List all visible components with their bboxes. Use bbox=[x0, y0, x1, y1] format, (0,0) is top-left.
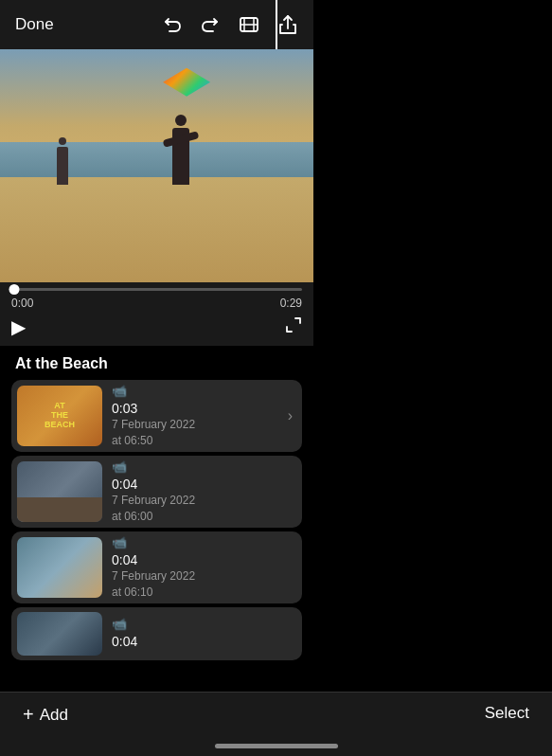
playback-bar: 0:00 0:29 ▶ bbox=[0, 282, 313, 346]
bottom-bar: + Add Select bbox=[0, 692, 552, 756]
clip-info-2: 📹 0:04 7 February 2022at 06:00 bbox=[102, 459, 293, 525]
clip-item-3[interactable]: 📹 0:04 7 February 2022at 06:10 bbox=[11, 531, 302, 603]
clip-thumbnail-1: AttheBeach bbox=[17, 386, 102, 446]
trim-button[interactable] bbox=[238, 13, 260, 36]
clip-info-4: 📹 0:04 bbox=[102, 617, 293, 650]
clip-duration-2: 0:04 bbox=[112, 476, 293, 493]
undo-button[interactable] bbox=[162, 14, 183, 35]
clip-item[interactable]: AttheBeach 📹 0:03 7 February 2022at 06:5… bbox=[11, 380, 302, 452]
redo-button[interactable] bbox=[200, 14, 221, 35]
share-button[interactable] bbox=[277, 14, 298, 35]
clip-thumbnail-2 bbox=[17, 461, 102, 522]
clip-info-1: 📹 0:03 7 February 2022at 06:50 bbox=[102, 384, 284, 449]
clip-duration-3: 0:04 bbox=[112, 551, 293, 568]
controls-row: ▶ bbox=[11, 314, 302, 342]
clip-duration-1: 0:03 bbox=[112, 400, 284, 417]
done-button[interactable]: Done bbox=[15, 15, 54, 34]
person-silhouette bbox=[172, 128, 189, 185]
fullscreen-button[interactable] bbox=[285, 316, 302, 337]
thumb-title-text: AttheBeach bbox=[45, 402, 75, 430]
clip-list: AttheBeach 📹 0:03 7 February 2022at 06:5… bbox=[0, 380, 313, 660]
progress-track[interactable] bbox=[11, 288, 302, 291]
main-container: Done bbox=[0, 0, 313, 660]
add-button[interactable]: + Add bbox=[23, 704, 68, 726]
kite-body bbox=[163, 68, 210, 97]
add-label: Add bbox=[40, 706, 68, 725]
clip-date-2: 7 February 2022at 06:00 bbox=[112, 493, 293, 525]
clip-duration-4: 0:04 bbox=[112, 633, 293, 650]
clip-info-3: 📹 0:04 7 February 2022at 06:10 bbox=[102, 535, 293, 601]
plus-icon: + bbox=[23, 704, 34, 726]
toolbar-actions bbox=[162, 13, 298, 36]
right-panel bbox=[313, 0, 552, 756]
video-camera-icon-4: 📹 bbox=[112, 617, 293, 631]
section-title: At the Beach bbox=[0, 346, 313, 380]
beach-scene bbox=[0, 49, 313, 282]
video-camera-icon-1: 📹 bbox=[112, 384, 284, 398]
redo-icon bbox=[200, 14, 221, 35]
person2-silhouette bbox=[57, 147, 68, 185]
video-camera-icon-2: 📹 bbox=[112, 459, 293, 474]
trim-icon bbox=[238, 13, 260, 36]
share-icon bbox=[277, 14, 298, 35]
clip-date-3: 7 February 2022at 06:10 bbox=[112, 568, 293, 601]
progress-thumb[interactable] bbox=[9, 284, 20, 295]
video-player[interactable] bbox=[0, 49, 313, 282]
timeline-cursor bbox=[276, 0, 277, 49]
bottom-indicator bbox=[215, 744, 338, 748]
toolbar: Done bbox=[0, 0, 313, 49]
clip-item-4[interactable]: 📹 0:04 bbox=[11, 607, 302, 660]
clip-item-2[interactable]: 📹 0:04 7 February 2022at 06:00 bbox=[11, 456, 302, 528]
kite bbox=[163, 68, 210, 97]
clip-date-1: 7 February 2022at 06:50 bbox=[112, 417, 284, 449]
time-total: 0:29 bbox=[280, 297, 302, 310]
select-button[interactable]: Select bbox=[485, 704, 529, 723]
clip-thumbnail-4 bbox=[17, 612, 102, 656]
video-camera-icon-3: 📹 bbox=[112, 535, 293, 549]
play-button[interactable]: ▶ bbox=[11, 315, 26, 338]
time-current: 0:00 bbox=[11, 297, 33, 310]
fullscreen-icon bbox=[285, 316, 302, 333]
sand bbox=[0, 177, 313, 282]
time-row: 0:00 0:29 bbox=[11, 297, 302, 310]
clip-thumbnail-3 bbox=[17, 537, 102, 598]
chevron-icon-1: › bbox=[288, 407, 293, 424]
undo-icon bbox=[162, 14, 183, 35]
